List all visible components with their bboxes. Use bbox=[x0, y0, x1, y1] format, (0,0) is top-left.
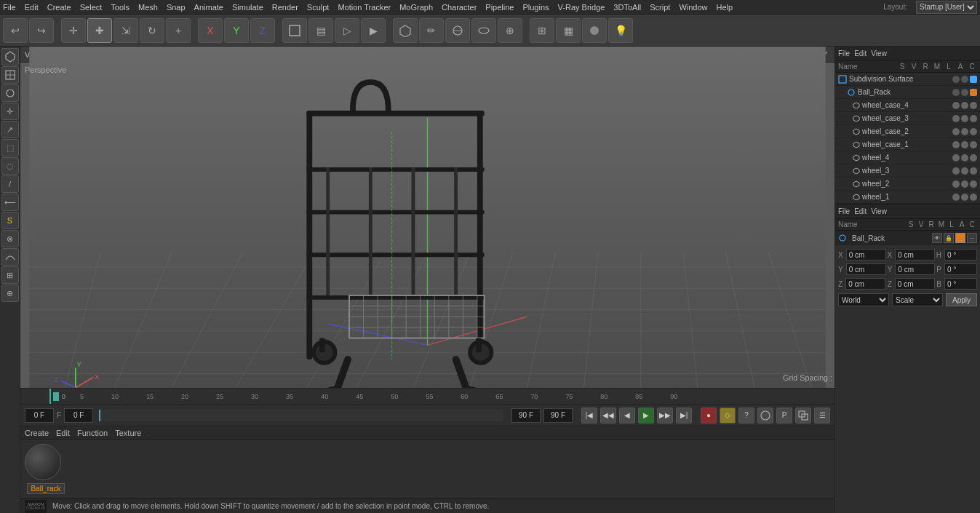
menu-help[interactable]: Help bbox=[717, 3, 733, 12]
z-rot-input[interactable] bbox=[895, 278, 935, 290]
render-btn[interactable]: ▶ bbox=[361, 18, 386, 43]
menu-script[interactable]: Script bbox=[650, 3, 670, 12]
left-move-btn[interactable]: ✛ bbox=[1, 103, 19, 120]
b-input[interactable] bbox=[944, 278, 977, 290]
timeline-ruler[interactable]: 0 5 10 15 20 25 30 35 40 45 50 55 60 65 … bbox=[20, 388, 834, 404]
menu-tools[interactable]: Tools bbox=[111, 3, 130, 12]
left-magnet-btn[interactable]: ⊗ bbox=[1, 230, 19, 247]
z-pos-input[interactable] bbox=[845, 278, 885, 290]
effector-btn[interactable]: ⊕ bbox=[498, 18, 522, 43]
coord-system-select[interactable]: World Object bbox=[838, 293, 889, 306]
attr-lock-icon[interactable]: 🔒 bbox=[944, 233, 954, 243]
menu-render[interactable]: Render bbox=[272, 3, 298, 12]
mat-texture[interactable]: Texture bbox=[115, 429, 141, 437]
left-axis-btn[interactable]: ⊕ bbox=[1, 285, 19, 302]
settings-btn[interactable]: ? bbox=[738, 407, 754, 423]
current-frame-input[interactable] bbox=[25, 408, 54, 423]
menu-select[interactable]: Select bbox=[80, 3, 103, 12]
attr-edit[interactable]: Edit bbox=[854, 207, 867, 215]
menu-vray-bridge[interactable]: V-Ray Bridge bbox=[558, 3, 605, 12]
select-btn[interactable]: ✛ bbox=[61, 18, 86, 43]
move-btn[interactable]: ✚ bbox=[87, 18, 112, 43]
preview-end-input[interactable] bbox=[511, 408, 541, 423]
obj-subdiv[interactable]: Subdivision Surface bbox=[835, 73, 980, 86]
left-knife-btn[interactable]: / bbox=[1, 175, 19, 193]
menu-pipeline[interactable]: Pipeline bbox=[485, 3, 514, 12]
add-btn[interactable]: + bbox=[166, 18, 191, 43]
obj-wheel-3[interactable]: wheel_3 bbox=[835, 164, 980, 178]
menu-snap[interactable]: Snap bbox=[167, 3, 186, 12]
menu-character[interactable]: Character bbox=[442, 3, 477, 12]
subdivision-btn[interactable]: ▦ bbox=[556, 18, 581, 43]
auto-key-btn[interactable]: ◇ bbox=[720, 407, 736, 423]
material-item[interactable]: Ball_rack bbox=[25, 444, 67, 494]
display-btn[interactable] bbox=[582, 18, 607, 43]
camera-btn[interactable]: ⊞ bbox=[530, 18, 554, 43]
left-obj-btn[interactable] bbox=[1, 48, 19, 65]
attr-view[interactable]: View bbox=[871, 207, 887, 215]
apply-button[interactable]: Apply bbox=[946, 293, 977, 306]
y-axis-btn[interactable]: Y bbox=[224, 18, 249, 43]
menu-animate[interactable]: Animate bbox=[194, 3, 223, 12]
end-frame-input[interactable] bbox=[543, 408, 573, 423]
obj-wheel-case-2[interactable]: wheel_case_2 bbox=[835, 125, 980, 138]
attr-eye-icon[interactable]: 👁 bbox=[932, 233, 942, 243]
attr-more-icon[interactable]: ⋯ bbox=[967, 233, 977, 243]
prev-frame-btn[interactable]: ◀ bbox=[619, 407, 635, 423]
obj-wheel-4[interactable]: wheel_4 bbox=[835, 151, 980, 164]
scale-system-select[interactable]: Scale bbox=[892, 293, 943, 306]
prev-key-btn[interactable]: ◀◀ bbox=[600, 407, 616, 423]
left-arrow-btn[interactable]: ↗ bbox=[1, 121, 19, 138]
motion-btn[interactable]: P bbox=[776, 407, 792, 423]
obj-wheel-1[interactable]: wheel_1 bbox=[835, 191, 980, 204]
left-bridge-btn[interactable]: ⟵ bbox=[1, 194, 19, 211]
x-axis-btn[interactable]: X bbox=[198, 18, 223, 43]
obj-wheel-case-1[interactable]: wheel_case_1 bbox=[835, 138, 980, 151]
obj-edit[interactable]: Edit bbox=[854, 49, 867, 57]
y-pos-input[interactable] bbox=[846, 263, 886, 275]
menu-3dtoall[interactable]: 3DToAll bbox=[613, 3, 641, 12]
mat-edit[interactable]: Edit bbox=[56, 429, 70, 437]
preview-start-input[interactable] bbox=[64, 408, 93, 423]
redo-btn[interactable]: ↪ bbox=[29, 18, 54, 43]
obj-file[interactable]: File bbox=[838, 49, 850, 57]
mat-function[interactable]: Function bbox=[77, 429, 108, 437]
record-btn[interactable]: ● bbox=[701, 407, 717, 423]
y-rot-input[interactable] bbox=[895, 263, 935, 275]
menu-simulate[interactable]: Simulate bbox=[232, 3, 263, 12]
x-pos-input[interactable] bbox=[846, 249, 886, 261]
h-input[interactable] bbox=[944, 249, 977, 261]
undo-btn[interactable]: ↩ bbox=[3, 18, 28, 43]
left-grid-btn[interactable]: ⊞ bbox=[1, 266, 19, 284]
playhead[interactable] bbox=[49, 389, 51, 404]
x-rot-input[interactable] bbox=[895, 249, 935, 261]
obj-wheel-case-4[interactable]: wheel_case_4 bbox=[835, 99, 980, 112]
goto-end-btn[interactable]: ▶| bbox=[676, 407, 692, 423]
obj-wheel-case-3[interactable]: wheel_case_3 bbox=[835, 112, 980, 125]
render-region-btn[interactable]: ▤ bbox=[308, 18, 333, 43]
next-frame-btn[interactable]: ▶▶ bbox=[657, 407, 673, 423]
p-input[interactable] bbox=[944, 263, 977, 275]
layout-select[interactable]: Startup [User] bbox=[916, 1, 977, 14]
menu-file[interactable]: File bbox=[3, 3, 16, 12]
goto-start-btn[interactable]: |◀ bbox=[581, 407, 597, 423]
deformer-btn[interactable] bbox=[471, 18, 496, 43]
paint-btn[interactable]: ✏ bbox=[419, 18, 444, 43]
left-marquee-btn[interactable]: ⬚ bbox=[1, 139, 19, 156]
obj-view[interactable]: View bbox=[871, 49, 887, 57]
track-btn[interactable]: ☰ bbox=[814, 407, 830, 423]
menu-create[interactable]: Create bbox=[47, 3, 71, 12]
light-btn[interactable]: 💡 bbox=[608, 18, 633, 43]
menu-motion-tracker[interactable]: Motion Tracker bbox=[338, 3, 391, 12]
menu-plugins[interactable]: Plugins bbox=[522, 3, 549, 12]
scale-btn[interactable]: ⇲ bbox=[113, 18, 138, 43]
left-s-btn[interactable]: S bbox=[1, 212, 19, 229]
obj-wheel-2[interactable]: wheel_2 bbox=[835, 178, 980, 191]
obj-ball-rack[interactable]: Ball_Rack bbox=[835, 86, 980, 99]
play-btn[interactable]: ▶ bbox=[638, 407, 654, 423]
mat-create[interactable]: Create bbox=[25, 429, 49, 437]
timeline-track[interactable] bbox=[99, 410, 503, 421]
rotate-btn[interactable]: ↻ bbox=[140, 18, 164, 43]
menu-sculpt[interactable]: Sculpt bbox=[307, 3, 330, 12]
menu-window[interactable]: Window bbox=[679, 3, 707, 12]
